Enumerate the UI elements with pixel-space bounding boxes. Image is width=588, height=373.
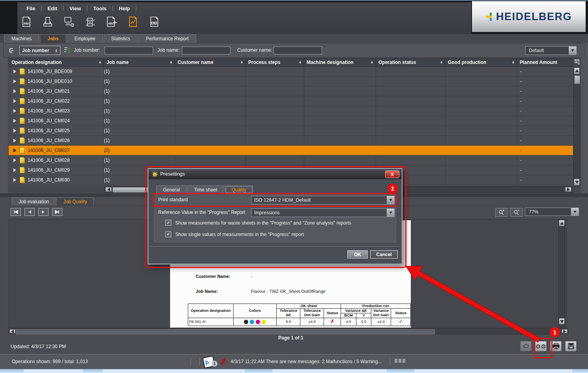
- job-name-input[interactable]: [182, 47, 230, 54]
- expand-arrow-icon[interactable]: [13, 168, 16, 172]
- menu-file[interactable]: File: [21, 6, 41, 11]
- expand-arrow-icon[interactable]: [13, 129, 16, 133]
- preview-horizontal-scrollbar[interactable]: [9, 328, 568, 334]
- tree-view-icon[interactable]: [9, 47, 16, 54]
- table-row-selected[interactable]: 141006_JU_CM027(2)-: [9, 146, 573, 156]
- tab-machines[interactable]: Machines: [4, 34, 39, 43]
- column-header-planned-amount[interactable]: Planned Amount: [517, 58, 573, 66]
- sort-icon[interactable]: [371, 61, 373, 64]
- print-standard-dropdown[interactable]: ISO 12647-2 HDM_Default: [251, 196, 395, 204]
- chevron-down-icon[interactable]: [571, 208, 579, 216]
- last-page-button[interactable]: [52, 208, 62, 216]
- dialog-tab-general[interactable]: General: [156, 186, 187, 194]
- scroll-left-button[interactable]: [9, 329, 15, 334]
- table-row[interactable]: 141006_JU_CM025(1)-: [9, 126, 573, 136]
- view-preset-dropdown[interactable]: Default: [525, 46, 577, 55]
- menu-tools[interactable]: Tools: [87, 6, 112, 11]
- document-abc-import-icon[interactable]: ABC: [105, 15, 118, 28]
- expand-arrow-icon[interactable]: [13, 178, 16, 182]
- press-machine-icon[interactable]: [84, 15, 97, 28]
- sort-icon[interactable]: [170, 61, 172, 64]
- sort-field-dropdown[interactable]: Job number ▲▼: [19, 46, 60, 55]
- table-row[interactable]: 141006_JU_BDE009(1)-: [9, 67, 573, 77]
- cancel-button[interactable]: Cancel: [370, 250, 398, 259]
- table-row[interactable]: 141006_JU_CM022(1)-: [9, 96, 573, 106]
- scroll-down-button[interactable]: [559, 318, 565, 324]
- tab-performance-report[interactable]: Performance Report: [139, 34, 196, 43]
- scrollbar-thumb[interactable]: [16, 329, 435, 334]
- tab-jobs[interactable]: Jobs: [40, 34, 66, 43]
- scroll-down-button[interactable]: [574, 179, 580, 186]
- customer-name-input[interactable]: [273, 47, 322, 54]
- expand-arrow-icon[interactable]: [13, 79, 16, 83]
- column-header-operation-designation[interactable]: Operation designation: [9, 58, 104, 66]
- status-message[interactable]: 4/3/17 11:22 AM There are new messages: …: [230, 359, 382, 364]
- expand-arrow-icon[interactable]: [13, 139, 16, 142]
- expand-arrow-icon[interactable]: [13, 158, 16, 162]
- table-row[interactable]: 141006_JU_BDE010(1)-: [9, 77, 573, 86]
- chevron-down-icon[interactable]: [569, 47, 576, 54]
- next-page-button[interactable]: [38, 208, 49, 216]
- chevron-down-icon[interactable]: [387, 196, 394, 204]
- expand-arrow-icon[interactable]: [13, 119, 16, 123]
- tab-job-quality[interactable]: Job Quality: [56, 197, 94, 206]
- sort-icon[interactable]: [99, 61, 101, 64]
- tab-employee[interactable]: Employee: [67, 34, 103, 43]
- column-settings-icon[interactable]: [574, 59, 581, 65]
- dialog-tab-quality[interactable]: Quality: [225, 186, 253, 194]
- column-header-operation-status[interactable]: Operation status: [376, 58, 445, 66]
- first-page-button[interactable]: [11, 208, 21, 216]
- waste-sheets-checkbox[interactable]: [165, 220, 171, 226]
- table-vertical-scrollbar[interactable]: [573, 67, 580, 186]
- expand-arrow-icon[interactable]: [13, 109, 16, 113]
- presettings-gears-button[interactable]: ⚙⚙: [535, 341, 547, 351]
- sort-icon[interactable]: [299, 61, 301, 64]
- expand-arrow-icon[interactable]: [13, 69, 16, 73]
- menu-edit[interactable]: Edit: [41, 6, 63, 11]
- menu-help[interactable]: Help: [113, 6, 136, 11]
- zoom-level-dropdown[interactable]: 77%: [525, 208, 579, 216]
- dialog-title-bar[interactable]: Presettings X: [148, 169, 402, 179]
- column-header-good-production[interactable]: Good production: [445, 58, 517, 66]
- report-chart-icon[interactable]: [126, 15, 140, 28]
- expand-arrow-icon[interactable]: [13, 99, 16, 103]
- column-header-customer-name[interactable]: Customer name: [175, 58, 245, 66]
- zoom-in-icon[interactable]: [495, 208, 507, 217]
- table-row[interactable]: 141006_JU_CM021(1)-: [9, 86, 573, 96]
- table-row[interactable]: 141006_JU_CM024(1)-: [9, 116, 573, 126]
- dialog-close-button[interactable]: X: [385, 171, 399, 178]
- scroll-up-button[interactable]: [574, 67, 580, 74]
- scroll-right-button[interactable]: [562, 329, 567, 334]
- preview-vertical-scrollbar[interactable]: [558, 219, 565, 328]
- sort-icon[interactable]: [512, 61, 515, 64]
- sort-order-icon[interactable]: [64, 47, 71, 54]
- reference-value-dropdown[interactable]: Impressions: [251, 208, 395, 217]
- ok-button[interactable]: OK: [347, 250, 368, 259]
- column-header-machine-designation[interactable]: Machine designation: [304, 58, 376, 66]
- job-number-input[interactable]: [105, 47, 153, 54]
- refresh-button[interactable]: [520, 341, 532, 351]
- scroll-right-button[interactable]: [565, 187, 571, 192]
- table-row[interactable]: 141006_JU_CM026(1)-: [9, 136, 573, 146]
- expand-arrow-icon[interactable]: [13, 148, 16, 152]
- chevron-down-icon[interactable]: [387, 209, 394, 217]
- sort-icon[interactable]: [240, 61, 243, 64]
- column-header-job-name[interactable]: Job name: [104, 58, 175, 66]
- scroll-up-button[interactable]: [559, 220, 565, 226]
- print-button[interactable]: [550, 341, 562, 351]
- workstation-settings-icon[interactable]: ⚙: [62, 15, 76, 28]
- paper-stack-icon[interactable]: [41, 15, 54, 28]
- scrollbar-thumb[interactable]: [574, 75, 580, 84]
- tab-statistics[interactable]: Statistics: [104, 34, 138, 43]
- dialog-tab-time-sheet[interactable]: Time sheet: [187, 186, 224, 194]
- table-row[interactable]: 141006_JU_CM028(1)-: [9, 156, 573, 165]
- menu-view[interactable]: View: [64, 6, 87, 11]
- scroll-left-button[interactable]: [105, 187, 112, 192]
- document-link-icon[interactable]: [148, 15, 161, 28]
- document-abc-icon[interactable]: ABC: [20, 15, 33, 28]
- expand-arrow-icon[interactable]: [13, 89, 16, 93]
- save-button[interactable]: [565, 341, 577, 351]
- sort-icon[interactable]: [440, 61, 443, 64]
- column-header-process-steps[interactable]: Process steps: [245, 58, 304, 66]
- previous-page-button[interactable]: [24, 208, 35, 216]
